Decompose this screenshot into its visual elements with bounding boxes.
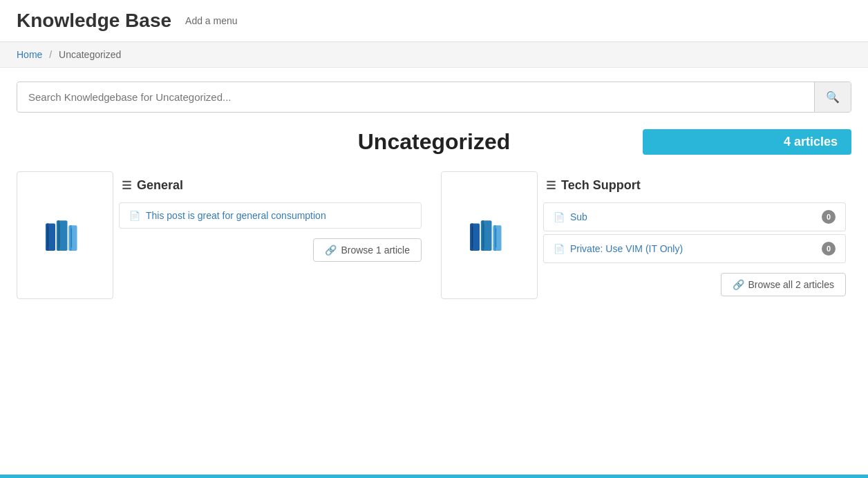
breadcrumb-home[interactable]: Home — [17, 49, 42, 60]
article-badge-sub: 0 — [822, 210, 836, 224]
article-item-tech-sub[interactable]: 📄 Sub 0 — [543, 202, 846, 231]
browse-articles-button-tech[interactable]: 🔗 Browse all 2 articles — [721, 273, 847, 296]
browse-article-button-general[interactable]: 🔗 Browse 1 article — [313, 238, 422, 262]
book-icon-panel-tech-support — [441, 171, 538, 299]
category-header-general: ☰ General — [113, 171, 427, 200]
books-icon-tech-support — [465, 211, 513, 260]
books-icon-general — [41, 211, 89, 260]
category-content-general: ☰ General 📄 This post is great for gener… — [113, 171, 427, 299]
article-title-private: Private: Use VIM (IT Only) — [570, 243, 683, 254]
search-container: 🔍 — [17, 82, 851, 113]
page-title: Uncategorized — [225, 129, 643, 155]
article-badge-private: 0 — [822, 242, 836, 256]
articles-badge: 4 articles — [643, 129, 851, 155]
bottom-bar — [0, 475, 868, 478]
link-icon-tech: 🔗 — [733, 279, 744, 290]
category-card-tech-support: ☰ Tech Support 📄 Sub 0 📄 Private: Use VI… — [441, 171, 851, 299]
article-item-general-1[interactable]: 📄 This post is great for general consump… — [119, 202, 422, 229]
category-name-tech-support: Tech Support — [561, 178, 641, 193]
category-content-tech-support: ☰ Tech Support 📄 Sub 0 📄 Private: Use VI… — [538, 171, 851, 299]
list-icon-tech-support: ☰ — [546, 179, 556, 192]
add-menu-link[interactable]: Add a menu — [185, 15, 238, 26]
category-card-general: ☰ General 📄 This post is great for gener… — [17, 171, 427, 299]
header: Knowledge Base Add a menu — [0, 0, 868, 42]
book-icon-panel-general — [17, 171, 113, 299]
categories-row: ☰ General 📄 This post is great for gener… — [17, 171, 851, 299]
category-header-tech-support: ☰ Tech Support — [538, 171, 851, 200]
article-icon-private: 📄 — [554, 244, 565, 254]
search-icon: 🔍 — [826, 91, 840, 103]
breadcrumb-separator: / — [49, 49, 52, 60]
category-name-general: General — [137, 178, 183, 193]
breadcrumb: Home / Uncategorized — [0, 42, 868, 68]
article-title-sub: Sub — [570, 211, 587, 222]
page-heading-row: Uncategorized 4 articles — [17, 129, 851, 155]
list-icon-general: ☰ — [122, 179, 131, 192]
article-icon-sub: 📄 — [554, 212, 565, 222]
article-title-1: This post is great for general consumpti… — [146, 210, 326, 221]
search-input[interactable] — [17, 83, 814, 111]
breadcrumb-current: Uncategorized — [59, 49, 121, 60]
site-title: Knowledge Base — [17, 10, 171, 32]
main-content: 🔍 Uncategorized 4 articles — [0, 68, 868, 313]
browse-article-label-general: Browse 1 article — [341, 245, 410, 256]
browse-articles-label-tech: Browse all 2 articles — [748, 279, 835, 290]
link-icon-general: 🔗 — [325, 245, 337, 256]
article-item-tech-private[interactable]: 📄 Private: Use VIM (IT Only) 0 — [543, 234, 846, 263]
search-button[interactable]: 🔍 — [814, 82, 851, 112]
article-icon-1: 📄 — [129, 211, 140, 221]
